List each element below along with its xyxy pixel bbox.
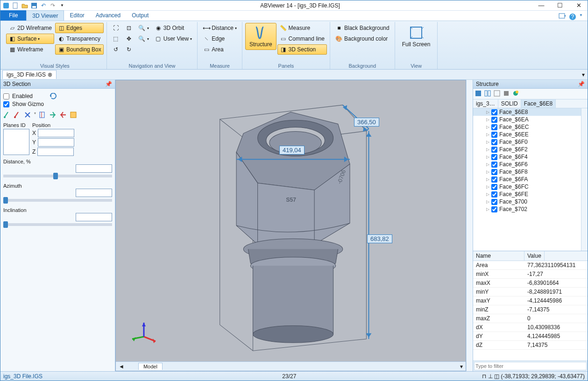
nav-btn-2[interactable]: ⬚: [110, 34, 122, 44]
azimuth-slider[interactable]: [3, 199, 112, 202]
2d-wireframe-button[interactable]: ▱2D Wireframe: [6, 23, 54, 33]
style-dropdown-icon[interactable]: [559, 13, 566, 21]
tab-advanced[interactable]: Advanced: [90, 10, 126, 21]
crumb-2[interactable]: Face_$6E8: [521, 99, 556, 108]
tree-node[interactable]: ▷Face_$6F4: [473, 153, 581, 161]
y-input[interactable]: [38, 138, 74, 147]
bounding-box-button[interactable]: ▣Bounding Box: [55, 44, 104, 55]
pin-icon[interactable]: 📌: [105, 81, 112, 87]
plane-tool-5[interactable]: [49, 111, 57, 119]
new-icon[interactable]: [12, 2, 19, 9]
tree-tool-1[interactable]: [475, 90, 482, 98]
gizmo-checkbox[interactable]: [3, 101, 9, 107]
bg-color-button[interactable]: 🎨Background color: [333, 34, 392, 44]
tree-node[interactable]: ▷Face_$6FE: [473, 190, 581, 198]
crumb-1[interactable]: SOLID: [498, 99, 521, 108]
measure-panel-button[interactable]: 📏Measure: [277, 23, 327, 33]
surface-button[interactable]: ◧Surface ▾: [6, 34, 54, 44]
tree-scrollbar[interactable]: [581, 108, 588, 251]
tree-node[interactable]: ▷Face_$6EC: [473, 123, 581, 131]
document-tab[interactable]: igs_3D File.IGS⊗: [2, 70, 57, 79]
tree-node[interactable]: ▷Face_$6F8: [473, 168, 581, 176]
axis-gizmo[interactable]: [130, 320, 158, 348]
tree-node[interactable]: ▷Face_$700: [473, 198, 581, 205]
maximize-button[interactable]: ☐: [553, 2, 567, 9]
tree-node[interactable]: ▷Face_$6F2: [473, 146, 581, 153]
zoom-dropdown[interactable]: 🔍▾: [136, 23, 151, 33]
save-icon[interactable]: [30, 2, 38, 9]
tree-node[interactable]: ▷Face_$6F6: [473, 161, 581, 168]
tab-3d-viewer[interactable]: 3D Viewer: [26, 10, 64, 21]
distance-slider[interactable]: [3, 175, 112, 177]
nav-btn-5[interactable]: ✥: [123, 34, 135, 44]
area-button[interactable]: ▭Area: [200, 44, 239, 55]
plane-tool-6[interactable]: [59, 111, 67, 119]
nav-btn-1[interactable]: ⛶: [110, 23, 122, 33]
structure-button[interactable]: Structure: [245, 23, 276, 50]
close-button[interactable]: ✕: [572, 2, 586, 9]
zoom-dropdown-2[interactable]: 🔍▾: [136, 34, 151, 44]
help-icon[interactable]: ?: [569, 13, 576, 21]
x-input[interactable]: [38, 129, 74, 137]
tree-tool-2[interactable]: [484, 90, 492, 98]
pin-icon-2[interactable]: 📌: [578, 81, 585, 87]
viewport-dropdown[interactable]: ▾: [460, 363, 466, 370]
edges-button[interactable]: ◫Edges: [55, 23, 104, 33]
file-tab[interactable]: File: [0, 10, 26, 21]
tab-output[interactable]: Output: [126, 10, 154, 21]
undo-icon[interactable]: ↶: [40, 2, 47, 9]
tabs-dropdown-icon[interactable]: ▾: [582, 71, 588, 78]
wireframe-button[interactable]: ▦Wireframe: [6, 44, 54, 55]
tree-node[interactable]: ▷Face_$6F0: [473, 138, 581, 146]
distance-input[interactable]: [76, 164, 112, 173]
edge-button[interactable]: ⟍Edge: [200, 34, 239, 44]
tree-tool-3[interactable]: [494, 90, 501, 98]
nav-btn-4[interactable]: ⊡: [123, 23, 135, 33]
fullscreen-button[interactable]: Full Screen: [398, 23, 435, 50]
open-icon[interactable]: [21, 2, 28, 9]
close-tab-icon[interactable]: ⊗: [48, 71, 52, 78]
filter-input[interactable]: [474, 362, 587, 370]
3d-orbit-button[interactable]: ◉3D Orbit: [152, 23, 194, 33]
redo-icon[interactable]: ↷: [49, 2, 57, 9]
tree-node[interactable]: ▷Face_$6EE: [473, 131, 581, 138]
tree-tool-5[interactable]: [512, 90, 520, 98]
planes-list[interactable]: [3, 129, 29, 155]
tree-node[interactable]: ▷Face_$6FA: [473, 176, 581, 183]
user-view-button[interactable]: ▢User View ▾: [152, 34, 194, 44]
distance-button[interactable]: ⟷Distance ▾: [200, 23, 239, 33]
enabled-checkbox[interactable]: [3, 93, 9, 99]
crumb-0[interactable]: igs_3…: [473, 99, 498, 108]
z-input[interactable]: [37, 148, 74, 156]
tree-node[interactable]: ▷Face_$6EA: [473, 116, 581, 123]
tree-node[interactable]: ▷Face_$6E8: [473, 108, 581, 116]
command-line-button[interactable]: ▭Command line: [277, 34, 327, 44]
viewport-scrollbar-v[interactable]: [466, 80, 473, 371]
help-dropdown-icon[interactable]: ▼: [579, 13, 583, 21]
snap-icon-2[interactable]: ⊥: [488, 373, 493, 380]
model-tab[interactable]: Model: [138, 363, 163, 370]
plane-tool-1[interactable]: [3, 111, 11, 119]
snap-icon-3[interactable]: ◫: [494, 373, 499, 380]
3d-section-button[interactable]: ◨3D Section: [277, 44, 327, 55]
tab-scroll-left[interactable]: ◄: [116, 363, 127, 370]
plane-tool-7[interactable]: [70, 111, 77, 119]
structure-tree[interactable]: ▷Face_$6E8▷Face_$6EA▷Face_$6EC▷Face_$6EE…: [473, 108, 581, 251]
nav-btn-6[interactable]: ↻: [123, 44, 135, 55]
minimize-button[interactable]: —: [534, 2, 548, 9]
3d-viewport[interactable]: S57 -0706 366,50 419,04 683,82: [115, 80, 466, 371]
azimuth-input[interactable]: [76, 189, 112, 197]
inclination-input[interactable]: [76, 213, 112, 221]
tab-editor[interactable]: Editor: [64, 10, 90, 21]
tree-node[interactable]: ▷Face_$702: [473, 205, 581, 213]
inclination-slider[interactable]: [3, 223, 112, 226]
snap-icon-1[interactable]: ⊓: [482, 373, 486, 380]
plane-tool-2[interactable]: [14, 111, 21, 119]
black-bg-button[interactable]: ■Black Background: [333, 23, 392, 33]
tree-node[interactable]: ▷Face_$6FC: [473, 183, 581, 190]
reset-icon[interactable]: [50, 93, 58, 99]
nav-btn-3[interactable]: ↺: [110, 44, 122, 55]
plane-tool-4[interactable]: [39, 111, 46, 119]
tree-tool-4[interactable]: [503, 90, 510, 98]
qat-dropdown-icon[interactable]: ▼: [58, 2, 66, 9]
